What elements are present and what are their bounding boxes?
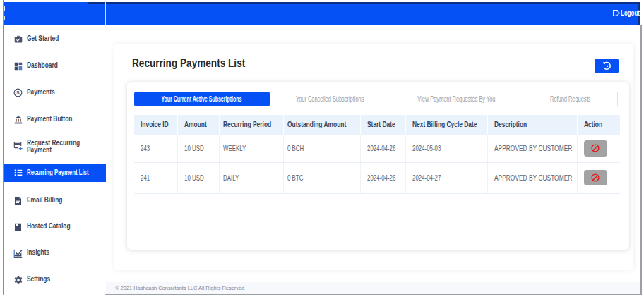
svg-text:$: $ — [16, 90, 20, 96]
